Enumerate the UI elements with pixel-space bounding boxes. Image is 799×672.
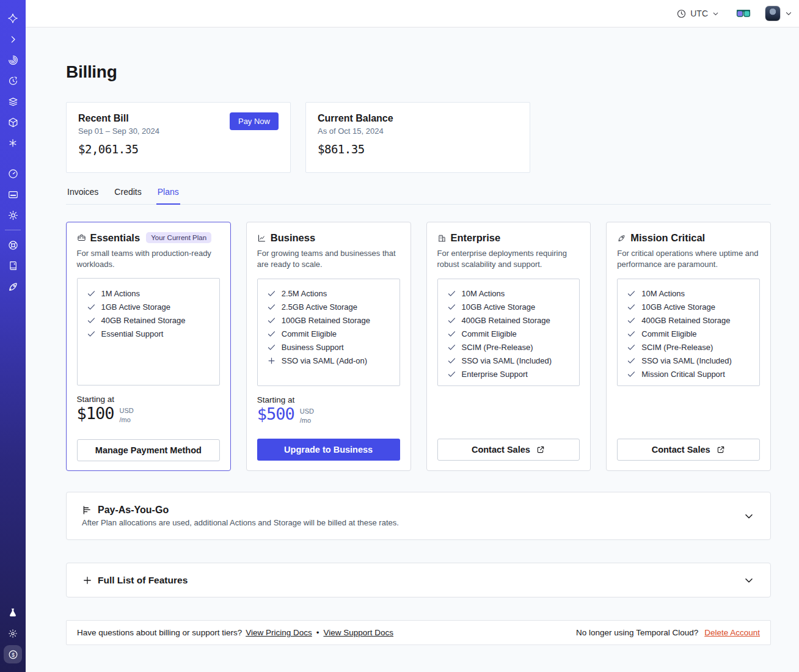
- plan-feature: 100GB Retained Storage: [267, 314, 390, 327]
- asterisk-icon[interactable]: [2, 133, 23, 153]
- check-icon: [447, 356, 456, 365]
- plan-feature-label: 2.5M Actions: [282, 289, 327, 298]
- plan-feature-label: 10M Actions: [641, 289, 685, 298]
- plan-feature-label: 100GB Retained Storage: [282, 316, 370, 325]
- full-features-title: Full List of Features: [98, 575, 188, 586]
- bar-chart-icon: [82, 505, 93, 516]
- billing-card-icon[interactable]: [2, 184, 23, 205]
- plan-feature-label: Mission Critical Support: [641, 370, 725, 379]
- check-icon: [627, 289, 636, 298]
- rocket-icon: [617, 233, 626, 244]
- spiral-icon[interactable]: [2, 49, 23, 70]
- toolbox-icon: [77, 232, 86, 243]
- left-sidebar: $: [0, 0, 26, 672]
- plan-feature: Commit Eligible: [627, 327, 750, 341]
- plan-feature-label: Enterprise Support: [462, 370, 528, 379]
- plan-feature: SSO via SAML (Included): [447, 354, 571, 368]
- plan-feature: SCIM (Pre-Release): [627, 341, 750, 354]
- price-currency: USD: [300, 407, 314, 416]
- check-icon: [447, 316, 456, 325]
- tab-credits[interactable]: Credits: [113, 187, 142, 204]
- view-pricing-docs-link[interactable]: View Pricing Docs: [246, 628, 312, 637]
- timezone-selector[interactable]: UTC: [676, 9, 720, 19]
- plan-description: For critical operations where uptime and…: [617, 248, 760, 271]
- contact-sales-button[interactable]: Contact Sales: [617, 439, 760, 461]
- book-icon[interactable]: [2, 255, 23, 276]
- plan-card-enterprise: Enterprise For enterprise deployments re…: [426, 222, 591, 471]
- rocket-icon[interactable]: [2, 276, 23, 297]
- plan-feature: 1GB Active Storage: [87, 300, 211, 313]
- pay-now-button[interactable]: Pay Now: [230, 112, 279, 130]
- plan-feature: 10M Actions: [447, 287, 571, 301]
- layers-icon[interactable]: [2, 91, 23, 112]
- plan-feature-label: 10M Actions: [462, 289, 505, 298]
- external-link-icon: [536, 445, 545, 455]
- plan-card-mission-critical: Mission Critical For critical operations…: [606, 222, 771, 471]
- sun-icon[interactable]: [2, 623, 23, 644]
- svg-text:$: $: [12, 651, 15, 657]
- current-balance-amount: $861.35: [318, 142, 518, 156]
- current-plan-badge: Your Current Plan: [146, 232, 211, 243]
- plan-price: $500: [257, 406, 294, 423]
- delete-account-link[interactable]: Delete Account: [704, 628, 760, 637]
- user-avatar[interactable]: [765, 5, 781, 21]
- chevron-down-icon[interactable]: [743, 574, 755, 586]
- plan-feature: SSO via SAML (Add-on): [267, 354, 390, 368]
- plan-feature-list: 10M Actions10GB Active Storage400GB Reta…: [617, 279, 760, 386]
- footer-account-question: No longer using Temporal Cloud?: [576, 628, 698, 637]
- plan-feature-label: 1GB Active Storage: [101, 302, 170, 312]
- flask-icon[interactable]: [2, 602, 23, 623]
- plan-feature: 40GB Retained Storage: [87, 313, 211, 327]
- lifebuoy-icon[interactable]: [2, 235, 23, 255]
- button-label: Upgrade to Business: [284, 445, 373, 455]
- plan-feature-list: 2.5M Actions2.5GB Active Storage100GB Re…: [257, 279, 400, 386]
- plan-feature-label: 10GB Active Storage: [462, 302, 536, 312]
- gear-icon[interactable]: [2, 205, 23, 225]
- cube-icon[interactable]: [2, 112, 23, 133]
- manage-payment-method-button[interactable]: Manage Payment Method: [77, 439, 221, 461]
- plan-feature: 1M Actions: [87, 287, 211, 300]
- footer-question: Have questions about billing or support …: [77, 628, 242, 637]
- check-icon: [87, 316, 96, 325]
- plan-feature: 10M Actions: [627, 287, 750, 301]
- payg-description: After Plan allocations are used, additio…: [82, 518, 399, 527]
- external-link-icon: [716, 445, 726, 455]
- check-icon: [627, 302, 636, 312]
- check-icon: [447, 329, 456, 338]
- plan-description: For enterprise deployments requiring rob…: [437, 248, 580, 271]
- tab-invoices[interactable]: Invoices: [66, 187, 100, 204]
- plan-feature: 2.5GB Active Storage: [267, 301, 390, 314]
- 3d-glasses-icon[interactable]: [736, 9, 751, 18]
- check-icon: [267, 289, 276, 298]
- full-features-accordion[interactable]: Full List of Features: [66, 563, 771, 597]
- pay-as-you-go-accordion[interactable]: Pay-As-You-Go After Plan allocations are…: [66, 492, 771, 540]
- account-menu-chevron-icon[interactable]: [784, 9, 793, 18]
- page-title: Billing: [66, 62, 771, 82]
- expand-chevron-right-icon[interactable]: [2, 29, 23, 49]
- gauge-icon[interactable]: [2, 163, 23, 184]
- contact-sales-button[interactable]: Contact Sales: [437, 439, 580, 461]
- upgrade-to-business-button[interactable]: Upgrade to Business: [257, 439, 400, 461]
- clock-retry-icon[interactable]: [2, 70, 23, 91]
- plan-feature-label: 1M Actions: [101, 289, 140, 298]
- price-currency: USD: [120, 406, 134, 415]
- check-icon: [627, 316, 636, 325]
- dollar-coin-icon[interactable]: $: [4, 645, 22, 663]
- button-label: Contact Sales: [652, 445, 710, 455]
- plan-feature: Commit Eligible: [447, 327, 571, 341]
- footer-separator: •: [316, 628, 319, 637]
- chevron-down-icon[interactable]: [743, 510, 755, 522]
- plan-feature-label: SCIM (Pre-Release): [462, 343, 533, 352]
- plan-card-essentials: Essentials Your Current Plan For small t…: [66, 222, 231, 471]
- view-support-docs-link[interactable]: View Support Docs: [323, 628, 393, 637]
- sparkle-logo-icon[interactable]: [2, 8, 23, 29]
- plan-price: $100: [77, 405, 114, 422]
- payg-title: Pay-As-You-Go: [98, 505, 169, 516]
- plan-feature-label: Commit Eligible: [641, 329, 696, 338]
- tab-plans[interactable]: Plans: [156, 187, 180, 205]
- price-period: /mo: [120, 415, 134, 425]
- plan-feature: 400GB Retained Storage: [447, 314, 571, 327]
- recent-bill-amount: $2,061.35: [78, 142, 279, 156]
- plus-icon: [267, 356, 276, 365]
- plan-feature-label: SSO via SAML (Add-on): [282, 356, 367, 365]
